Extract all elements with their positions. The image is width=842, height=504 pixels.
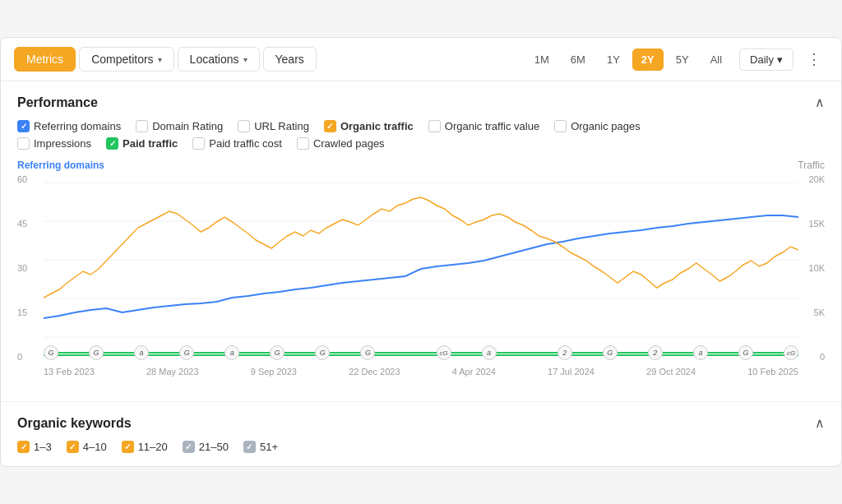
chevron-down-icon: ▾ xyxy=(158,55,162,64)
granularity-label: Daily xyxy=(750,53,774,66)
granularity-button[interactable]: Daily ▾ xyxy=(739,49,793,71)
event-line xyxy=(104,352,134,354)
time-btn-1y[interactable]: 1Y xyxy=(598,49,629,71)
event-dot-2[interactable]: 2 xyxy=(648,345,663,360)
tab-years[interactable]: Years xyxy=(263,47,317,72)
checkbox-label: Paid traffic xyxy=(123,137,178,150)
chevron-down-icon: ▾ xyxy=(243,55,248,64)
tab-competitors-label: Competitors xyxy=(91,53,153,66)
time-btn-1m[interactable]: 1M xyxy=(525,49,558,71)
kw-checkbox-4-10: ✓ xyxy=(67,441,79,453)
checkbox-organic-pages[interactable]: Organic pages xyxy=(554,120,641,132)
collapse-icon[interactable]: ∧ xyxy=(815,95,825,110)
kw-label: 4–10 xyxy=(83,441,107,453)
checkbox-referring-domains[interactable]: ✓ Referring domains xyxy=(17,120,121,132)
checkbox-crawled-pages[interactable]: Crawled pages xyxy=(297,137,385,150)
kw-item-1-3[interactable]: ✓ 1–3 xyxy=(17,441,52,453)
y-label: 20K xyxy=(798,174,825,184)
event-dot-a[interactable]: a xyxy=(482,345,497,360)
y-label: 10K xyxy=(798,263,825,273)
tab-metrics-label: Metrics xyxy=(26,53,63,66)
more-icon: ⋮ xyxy=(807,51,821,67)
event-line xyxy=(572,352,603,354)
kw-item-11-20[interactable]: ✓ 11–20 xyxy=(122,441,168,453)
event-line xyxy=(194,352,224,354)
performance-header: Performance ∧ xyxy=(17,95,825,110)
y-label: 0 xyxy=(798,352,825,362)
tab-metrics[interactable]: Metrics xyxy=(14,47,76,72)
checkbox-label: Impressions xyxy=(34,137,91,150)
checkbox-indicator xyxy=(238,120,250,132)
event-dot-2[interactable]: 2 xyxy=(557,345,572,360)
checkbox-label: URL Rating xyxy=(254,120,309,132)
event-dot-g[interactable]: G xyxy=(315,345,330,360)
checkbox-indicator xyxy=(297,137,309,150)
kw-checkbox-1-3: ✓ xyxy=(17,441,30,453)
event-dot-a[interactable]: a xyxy=(693,345,708,360)
event-line xyxy=(618,352,648,354)
kw-checkbox-11-20: ✓ xyxy=(122,441,134,453)
organic-keywords-title: Organic keywords xyxy=(17,416,132,431)
kw-label: 11–20 xyxy=(138,441,168,453)
collapse-icon[interactable]: ∧ xyxy=(815,415,825,431)
event-line xyxy=(497,352,557,354)
event-dot-a[interactable]: a xyxy=(224,345,239,360)
checkbox-indicator: ✓ xyxy=(106,137,118,150)
checkbox-paid-traffic[interactable]: ✓ Paid traffic xyxy=(106,137,178,150)
time-btn-2y[interactable]: 2Y xyxy=(632,49,664,71)
kw-item-4-10[interactable]: ✓ 4–10 xyxy=(67,441,107,453)
x-label: 13 Feb 2023 xyxy=(44,367,95,377)
x-label: 4 Apr 2024 xyxy=(452,367,496,377)
checkbox-label: Organic traffic value xyxy=(445,120,539,132)
event-dot-g[interactable]: G xyxy=(179,345,194,360)
checkbox-label: Domain Rating xyxy=(152,120,223,132)
event-dot-g[interactable]: G xyxy=(603,345,618,360)
event-dot-g[interactable]: G xyxy=(44,345,58,360)
event-line xyxy=(753,352,784,354)
checkbox-label: Organic traffic xyxy=(340,120,414,132)
event-line xyxy=(375,352,436,354)
organic-keywords-header: Organic keywords ∧ xyxy=(17,415,825,431)
y-axis-right: 20K 15K 10K 5K 0 xyxy=(798,174,825,362)
event-dot-a[interactable]: a xyxy=(134,345,149,360)
y-label: 15K xyxy=(798,219,825,229)
kw-item-51plus[interactable]: ✓ 51+ xyxy=(243,441,278,453)
time-btn-5y[interactable]: 5Y xyxy=(667,49,698,71)
event-dot-g[interactable]: G xyxy=(360,345,375,360)
event-dot-g[interactable]: G xyxy=(270,345,285,360)
event-dot-g[interactable]: G xyxy=(738,345,753,360)
kw-item-21-50[interactable]: ✓ 21–50 xyxy=(183,441,229,453)
event-line xyxy=(708,352,738,354)
kw-checkbox-21-50: ✓ xyxy=(183,441,195,453)
tab-competitors[interactable]: Competitors ▾ xyxy=(79,47,173,72)
checkbox-row-1: ✓ Referring domains Domain Rating URL Ra… xyxy=(17,120,825,132)
event-dot-cg[interactable]: cG xyxy=(437,345,451,360)
x-label: 28 May 2023 xyxy=(146,367,199,377)
event-dot-cg2[interactable]: cG xyxy=(784,345,798,360)
checkbox-indicator xyxy=(192,137,205,150)
event-line xyxy=(285,352,315,354)
organic-keywords-section: Organic keywords ∧ ✓ 1–3 ✓ 4–10 ✓ 11–20 xyxy=(1,402,841,466)
checkbox-indicator xyxy=(428,120,441,132)
tab-locations[interactable]: Locations ▾ xyxy=(178,47,260,72)
checkbox-organic-traffic-value[interactable]: Organic traffic value xyxy=(428,120,539,132)
checkbox-impressions[interactable]: Impressions xyxy=(17,137,91,150)
y-axis-left: 60 45 30 15 0 xyxy=(17,174,40,362)
checkbox-paid-traffic-cost[interactable]: Paid traffic cost xyxy=(192,137,282,150)
checkbox-indicator xyxy=(136,120,148,132)
checkbox-organic-traffic[interactable]: ✓ Organic traffic xyxy=(324,120,414,132)
main-container: Metrics Competitors ▾ Locations ▾ Years … xyxy=(0,37,842,467)
checkbox-url-rating[interactable]: URL Rating xyxy=(238,120,309,132)
tab-years-label: Years xyxy=(275,53,304,66)
more-options-button[interactable]: ⋮ xyxy=(800,46,828,72)
performance-section: Performance ∧ ✓ Referring domains Domain… xyxy=(1,81,841,402)
checkbox-domain-rating[interactable]: Domain Rating xyxy=(136,120,223,132)
checkbox-label: Referring domains xyxy=(34,120,121,132)
performance-title: Performance xyxy=(17,95,98,110)
checkbox-label: Crawled pages xyxy=(313,137,385,150)
kw-checkbox-51plus: ✓ xyxy=(243,441,256,453)
time-btn-6m[interactable]: 6M xyxy=(562,49,594,71)
time-btn-all[interactable]: All xyxy=(701,49,731,71)
event-dot-g[interactable]: G xyxy=(89,345,104,360)
checkbox-label: Organic pages xyxy=(571,120,641,132)
